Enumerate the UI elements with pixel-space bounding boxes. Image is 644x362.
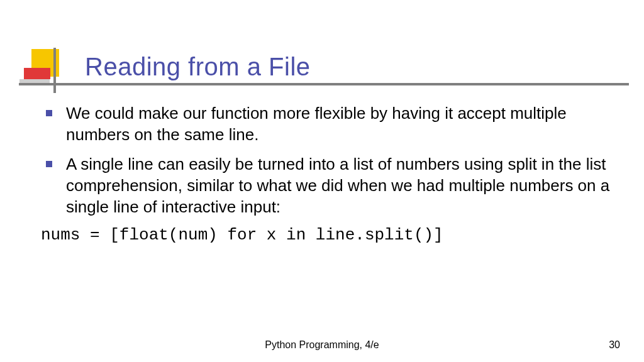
- horizontal-divider: [19, 83, 629, 85]
- slide-title: Reading from a File: [85, 53, 311, 81]
- bullet-text: We could make our function more flexible…: [66, 102, 613, 146]
- slide-content: We could make our function more flexible…: [41, 102, 613, 244]
- decoration-red-bar: [24, 68, 50, 79]
- footer-book-title: Python Programming, 4/e: [0, 339, 644, 351]
- vertical-divider: [53, 48, 56, 93]
- footer-page-number: 30: [609, 339, 620, 351]
- list-item: A single line can easily be turned into …: [41, 153, 613, 218]
- slide-header: Reading from a File: [0, 0, 644, 91]
- bullet-square-icon: [46, 161, 52, 167]
- bullet-text: A single line can easily be turned into …: [66, 153, 613, 218]
- code-example: nums = [float(num) for x in line.split()…: [41, 226, 613, 244]
- bullet-square-icon: [46, 110, 52, 116]
- list-item: We could make our function more flexible…: [41, 102, 613, 146]
